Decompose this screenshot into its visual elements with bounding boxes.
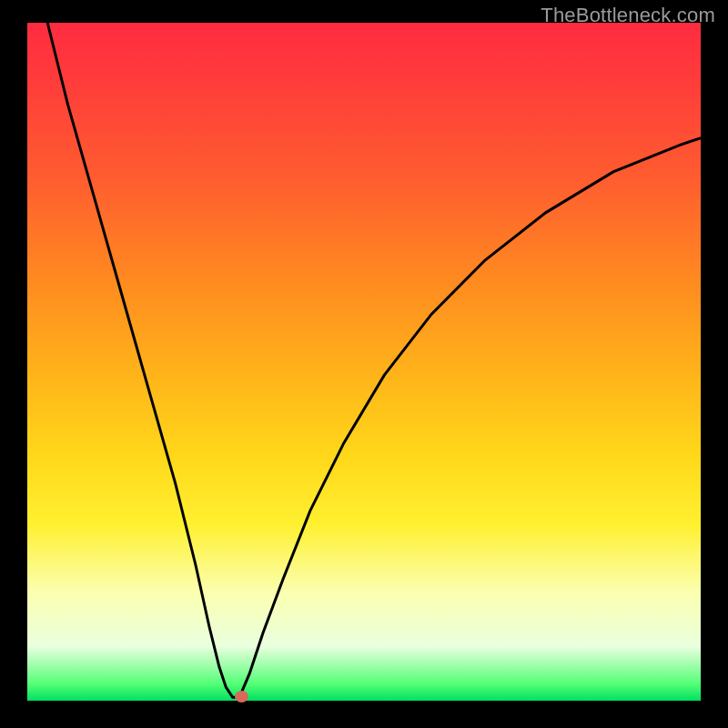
bottleneck-curve bbox=[27, 23, 701, 701]
minimum-marker bbox=[235, 691, 248, 703]
plot-area bbox=[27, 23, 701, 701]
curve-path bbox=[47, 23, 701, 697]
chart-frame: TheBottleneck.com bbox=[0, 0, 728, 728]
